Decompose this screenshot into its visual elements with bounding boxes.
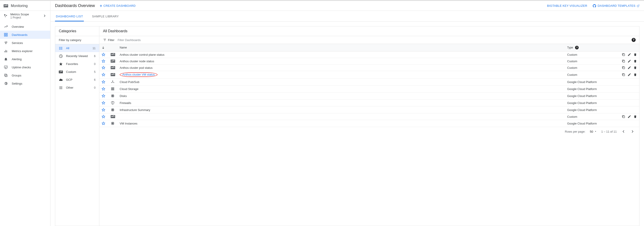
dashboard-name-link[interactable]: Disks (120, 94, 127, 98)
favorite-toggle[interactable] (102, 94, 106, 98)
category-recently-viewed[interactable]: Recently Viewed 6 (55, 52, 99, 60)
copy-button[interactable] (622, 53, 625, 56)
table-row: Cloud Storage Google Cloud Platform (99, 86, 639, 92)
help-icon[interactable]: ? (575, 46, 579, 49)
dashboard-filter-row: Filter ? (99, 36, 639, 44)
edit-button[interactable] (628, 73, 631, 77)
metrics-scope-selector[interactable]: Metrics Scope 1 Project (0, 11, 50, 21)
sidebar-item-overview[interactable]: Overview (0, 23, 50, 31)
category-other[interactable]: Other 0 (55, 84, 99, 92)
dashboard-type: Google Cloud Platform (565, 92, 614, 99)
svg-point-35 (60, 87, 60, 88)
favorite-toggle[interactable] (102, 53, 106, 56)
prev-page-button[interactable] (621, 129, 626, 134)
sidebar-item-metrics-explorer[interactable]: Metrics explorer (0, 47, 50, 55)
sidebar-item-groups[interactable]: Groups (0, 71, 50, 79)
svg-point-32 (60, 86, 60, 87)
copy-button[interactable] (622, 66, 625, 70)
create-dashboard-button[interactable]: CREATE DASHBOARD (99, 4, 136, 8)
sidebar-item-services[interactable]: Services (0, 39, 50, 47)
page-range: 1 – 11 of 11 (601, 130, 617, 133)
column-type-header[interactable]: Type ? (565, 44, 614, 51)
dashboard-name-link[interactable]: Infrastructure Summary (120, 108, 150, 112)
svg-rect-31 (59, 73, 63, 73)
category-custom[interactable]: Custom 5 (55, 68, 99, 76)
copy-button[interactable] (622, 59, 625, 63)
category-count: 5 (94, 70, 96, 74)
delete-button[interactable] (634, 66, 637, 70)
tab-dashboard-list[interactable]: DASHBOARD LIST (55, 12, 84, 22)
delete-button[interactable] (634, 59, 637, 63)
favorite-toggle[interactable] (102, 101, 106, 105)
favorite-toggle[interactable] (102, 87, 106, 91)
sidebar-item-uptime-checks[interactable]: Uptime checks (0, 63, 50, 71)
svg-rect-72 (111, 90, 114, 90)
dashboard-name-link[interactable]: Anthos cluster control plane status (120, 53, 164, 56)
grid-icon (59, 86, 63, 90)
sidebar-item-label: Dashboards (12, 33, 28, 37)
svg-rect-98 (111, 118, 115, 118)
svg-marker-84 (102, 101, 105, 104)
sort-arrow-column[interactable] (99, 44, 108, 51)
copy-button[interactable] (622, 115, 625, 118)
sidebar-item-dashboards[interactable]: Dashboards (0, 31, 50, 39)
favorite-toggle[interactable] (102, 115, 106, 118)
category-all[interactable]: All 11 (55, 44, 99, 52)
category-label: Other (66, 86, 74, 89)
dashboard-name-link[interactable]: Firewalls (120, 101, 131, 105)
next-page-button[interactable] (630, 129, 635, 134)
bigtable-key-visualizer-link[interactable]: BIGTABLE KEY VISUALIZER (547, 4, 587, 8)
dashboard-type: Custom (565, 71, 614, 79)
filter-input[interactable] (117, 38, 629, 42)
table-row: Anthos cluster VM status Custom (99, 71, 639, 79)
dashboard-name-link[interactable]: Anthos cluster node status (120, 60, 154, 63)
delete-button[interactable] (634, 53, 637, 56)
dashboard-name-link[interactable]: Anthos cluster pod status (120, 66, 152, 70)
dashboard-templates-link[interactable]: DASHBOARD TEMPLATES (592, 4, 640, 8)
tab-sample-library[interactable]: SAMPLE LIBRARY (91, 12, 120, 22)
clock-icon (59, 54, 63, 58)
rows-per-page-select[interactable]: 50 (590, 130, 597, 133)
dashboard-type: Google Cloud Platform (565, 79, 614, 86)
edit-button[interactable] (628, 66, 631, 70)
column-name-header[interactable]: Name (118, 44, 565, 51)
favorite-toggle[interactable] (102, 73, 106, 77)
monitor-icon (111, 66, 115, 69)
favorite-toggle[interactable] (102, 80, 106, 84)
dashboard-name-link[interactable]: VM Instances (120, 122, 138, 125)
favorite-toggle[interactable] (102, 66, 106, 70)
svg-rect-87 (112, 109, 113, 111)
sidebar-item-alerting[interactable]: Alerting (0, 55, 50, 63)
dashboard-name-link[interactable]: Cloud Storage (120, 87, 138, 91)
delete-button[interactable] (634, 115, 637, 118)
edit-button[interactable] (628, 53, 631, 56)
storage-icon (111, 87, 115, 91)
sidebar-item-label: Services (12, 41, 23, 45)
help-icon[interactable]: ? (632, 38, 636, 42)
svg-marker-57 (102, 73, 105, 76)
category-label: Custom (66, 70, 76, 74)
dashboard-name-link[interactable]: Anthos cluster VM status (120, 72, 158, 77)
category-gcp[interactable]: GCP 6 (55, 76, 99, 84)
copy-button[interactable] (622, 73, 625, 77)
svg-rect-5 (4, 33, 6, 34)
svg-point-39 (60, 88, 61, 89)
svg-marker-96 (102, 115, 105, 118)
dashboard-name-link[interactable]: Cloud Pub/Sub (120, 80, 139, 84)
sidebar-item-settings[interactable]: Settings (0, 79, 50, 88)
favorite-toggle[interactable] (102, 108, 106, 112)
sidebar-item-label: Overview (12, 25, 24, 29)
edit-button[interactable] (628, 59, 631, 63)
main-header: Dashboards Overview CREATE DASHBOARD BIG… (50, 1, 644, 11)
category-favorites[interactable]: Favorites 0 (55, 60, 99, 68)
favorite-toggle[interactable] (102, 59, 106, 63)
categories-title: Categories (55, 26, 99, 36)
category-count: 6 (94, 55, 96, 58)
svg-point-27 (59, 49, 60, 49)
edit-button[interactable] (628, 115, 631, 118)
delete-button[interactable] (634, 73, 637, 77)
svg-point-40 (62, 88, 62, 89)
favorite-toggle[interactable] (102, 122, 106, 125)
svg-rect-17 (5, 75, 7, 77)
svg-rect-102 (112, 123, 113, 124)
